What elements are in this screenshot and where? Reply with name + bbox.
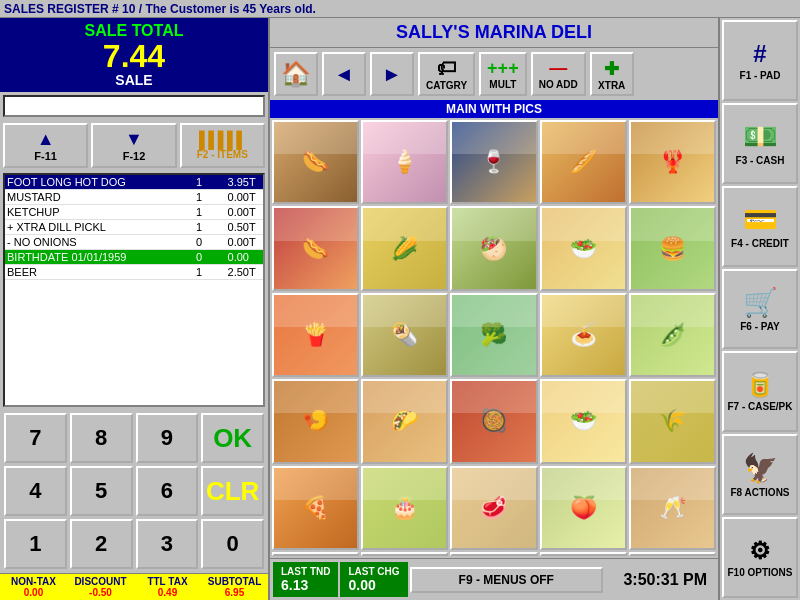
food-item[interactable]: 🌽 [361, 206, 448, 290]
pay-icon: 🛒 [743, 286, 778, 319]
last-chg-value: 0.00 [348, 577, 399, 593]
order-row[interactable]: MUSTARD 1 0.00 T [5, 190, 263, 205]
food-highlight [542, 381, 625, 413]
non-tax-label: NON-TAX [2, 576, 65, 587]
menus-off-button[interactable]: F9 - MENUS OFF [410, 567, 603, 593]
food-item[interactable]: 🦞 [629, 120, 716, 204]
pay-button[interactable]: 🛒 F6 - PAY [722, 269, 798, 350]
cash-label: F3 - CASH [736, 155, 785, 166]
numpad-button-clr[interactable]: CLR [201, 466, 264, 516]
order-item-tax: T [249, 191, 261, 203]
order-row[interactable]: BIRTHDATE 01/01/1959 0 0.00 [5, 250, 263, 265]
food-item[interactable]: 🍑 [540, 466, 627, 550]
food-item[interactable]: 🌾 [629, 379, 716, 463]
last-tnd-value: 6.13 [281, 577, 330, 593]
food-item[interactable]: 🫛 [629, 293, 716, 377]
order-item-price: 0.00 [209, 191, 249, 203]
food-item[interactable]: 🥘 [450, 379, 537, 463]
f11-button[interactable]: ▲ F-11 [3, 123, 88, 168]
order-row[interactable]: FOOT LONG HOT DOG 1 3.95 T [5, 175, 263, 190]
home-button[interactable]: 🏠 [274, 52, 318, 96]
food-highlight [542, 468, 625, 500]
food-item[interactable]: 🌯 [361, 293, 448, 377]
numpad-button-9[interactable]: 9 [136, 413, 199, 463]
order-list[interactable]: FOOT LONG HOT DOG 1 3.95 T MUSTARD 1 0.0… [3, 173, 265, 407]
food-item[interactable]: 🌭 [272, 206, 359, 290]
sale-total-amount: 7.44 [4, 40, 264, 72]
last-tnd-block: LAST TND 6.13 [273, 562, 338, 597]
food-item[interactable]: 🎂 [361, 466, 448, 550]
cash-icon: 💵 [743, 120, 778, 153]
mult-button[interactable]: +++ MULT [479, 52, 527, 96]
numpad-button-ok[interactable]: OK [201, 413, 264, 463]
numpad-button-5[interactable]: 5 [70, 466, 133, 516]
food-item[interactable]: 🥙 [450, 206, 537, 290]
forward-button[interactable]: ► [370, 52, 414, 96]
food-item[interactable]: 🌮 [361, 379, 448, 463]
f2-items-button[interactable]: ▌▌▌▌▌ F2 - ITEMS [180, 123, 265, 168]
numpad-button-3[interactable]: 3 [136, 519, 199, 569]
noadd-button[interactable]: — NO ADD [531, 52, 586, 96]
food-item[interactable]: 🥩 [450, 466, 537, 550]
food-item[interactable]: 🍤 [272, 379, 359, 463]
order-item-tax: T [249, 236, 261, 248]
order-row[interactable]: - NO ONIONS 0 0.00 T [5, 235, 263, 250]
order-item-tax: T [249, 221, 261, 233]
pay-label: F6 - PAY [740, 321, 779, 332]
actions-icon: 🦅 [743, 452, 778, 485]
food-item[interactable]: 🍟 [272, 293, 359, 377]
order-row[interactable]: KETCHUP 1 0.00 T [5, 205, 263, 220]
pad-button[interactable]: # F1 - PAD [722, 20, 798, 101]
order-item-qty: 0 [189, 236, 209, 248]
food-item[interactable]: 🍸 [540, 552, 627, 556]
cash-button[interactable]: 💵 F3 - CASH [722, 103, 798, 184]
food-item[interactable]: 🍧 [272, 552, 359, 556]
order-item-name: BEER [7, 266, 189, 278]
food-item[interactable]: 🍦 [361, 120, 448, 204]
numpad-button-0[interactable]: 0 [201, 519, 264, 569]
order-item-name: - NO ONIONS [7, 236, 189, 248]
food-item[interactable]: 🍕 [272, 466, 359, 550]
casepack-label: F7 - CASE/PK [727, 401, 792, 412]
food-item[interactable]: 🥖 [540, 120, 627, 204]
category-label: CATGRY [426, 80, 467, 91]
food-highlight [274, 208, 357, 240]
numpad-button-8[interactable]: 8 [70, 413, 133, 463]
numpad-button-6[interactable]: 6 [136, 466, 199, 516]
casepack-button[interactable]: 🥫 F7 - CASE/PK [722, 351, 798, 432]
order-row[interactable]: BEER 1 2.50 T [5, 265, 263, 280]
back-button[interactable]: ◄ [322, 52, 366, 96]
food-item[interactable]: 🍷 [450, 120, 537, 204]
food-item[interactable]: 🥗 [540, 379, 627, 463]
food-highlight [631, 122, 714, 154]
actions-button[interactable]: 🦅 F8 ACTIONS [722, 434, 798, 515]
time-display: 3:50:31 PM [605, 567, 715, 593]
food-highlight [631, 208, 714, 240]
order-item-price: 0.00 [209, 251, 249, 263]
food-item[interactable]: 🍺 [361, 552, 448, 556]
food-highlight [452, 208, 535, 240]
numpad-button-1[interactable]: 1 [4, 519, 67, 569]
food-highlight [452, 122, 535, 154]
order-row[interactable]: + XTRA DILL PICKL 1 0.50 T [5, 220, 263, 235]
numpad-button-7[interactable]: 7 [4, 413, 67, 463]
food-highlight [363, 122, 446, 154]
options-button[interactable]: ⚙ F10 OPTIONS [722, 517, 798, 598]
xtra-button[interactable]: ✚ XTRA [590, 52, 634, 96]
food-item[interactable]: 🍹 [450, 552, 537, 556]
credit-button[interactable]: 💳 F4 - CREDIT [722, 186, 798, 267]
food-item[interactable]: 🥦 [450, 293, 537, 377]
food-item[interactable]: 🌭 [272, 120, 359, 204]
food-item[interactable]: 🍝 [540, 293, 627, 377]
numpad-button-2[interactable]: 2 [70, 519, 133, 569]
f12-button[interactable]: ▼ F-12 [91, 123, 176, 168]
category-button[interactable]: 🏷 CATGRY [418, 52, 475, 96]
category-icon: 🏷 [437, 57, 457, 80]
numpad-button-4[interactable]: 4 [4, 466, 67, 516]
food-item[interactable]: 🍔 [629, 206, 716, 290]
food-item[interactable]: 🥂 [629, 466, 716, 550]
food-highlight [452, 295, 535, 327]
food-item[interactable]: 🥗 [540, 206, 627, 290]
search-input[interactable] [3, 95, 265, 117]
food-item[interactable]: 🍷 [629, 552, 716, 556]
